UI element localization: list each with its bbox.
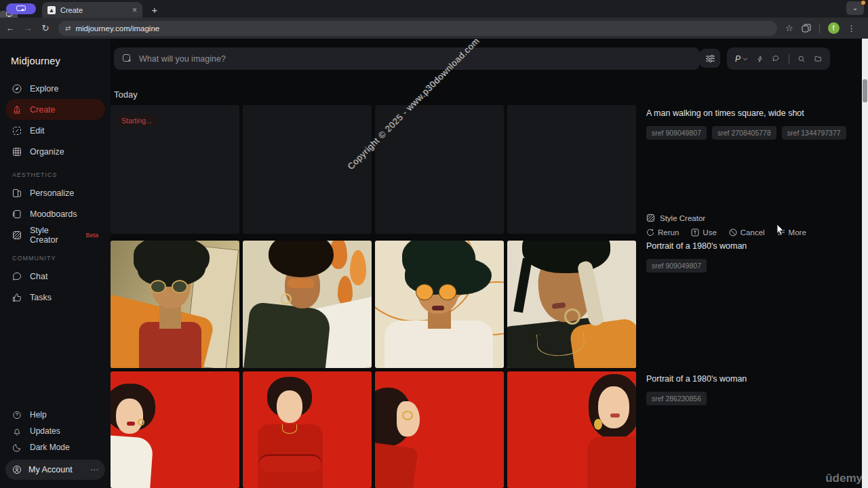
image-tile-woman-afro-leaves[interactable] [243, 241, 372, 368]
edit-icon [12, 126, 22, 136]
feed-toolbar: P [727, 47, 830, 70]
lightning-icon[interactable] [757, 54, 763, 64]
imagine-input[interactable]: What will you imagine? [114, 47, 700, 70]
tab-close-icon[interactable]: × [132, 6, 137, 14]
sidebar-item-dark-mode[interactable]: Dark Mode [5, 439, 105, 455]
sidebar-item-updates[interactable]: Updates [5, 423, 105, 439]
my-account-label: My Account [28, 465, 73, 474]
account-icon [12, 465, 22, 474]
imagine-placeholder: What will you imagine? [139, 54, 226, 64]
tab-groups-icon[interactable] [802, 24, 811, 33]
image-tile-woman-orange-glasses[interactable] [375, 241, 504, 368]
sidebar-item-tasks[interactable]: Tasks [5, 287, 105, 308]
artwork [375, 371, 504, 488]
tab-strip: ▲ Create × + ⌄ [0, 0, 868, 18]
prompt-text[interactable]: Portrait of a 1980's woman [646, 241, 840, 251]
starting-status: Starting... [117, 115, 156, 127]
job-panel-3: Portrait of a 1980's woman sref 28623085… [646, 374, 840, 405]
date-header: Today [114, 89, 138, 100]
search-icon[interactable] [798, 54, 805, 64]
sail-icon [12, 105, 22, 115]
account-more-icon[interactable]: ⋯ [90, 465, 98, 474]
rerun-label: Rerun [658, 228, 679, 237]
rerun-icon [646, 228, 654, 237]
sidebar-item-explore[interactable]: Explore [5, 78, 105, 99]
address-bar[interactable]: ⇄ midjourney.com/imagine [58, 21, 777, 36]
sidebar-item-label: Updates [30, 426, 60, 436]
sidebar-item-label: Moodboards [30, 209, 77, 219]
tab-create[interactable]: ▲ Create × [42, 2, 142, 18]
sidebar-item-create[interactable]: Create [5, 99, 105, 120]
scrollbar-thumb[interactable] [863, 79, 867, 102]
sref-tag[interactable]: sref 286230856 [646, 392, 707, 405]
generating-tile-1[interactable]: Starting... [111, 105, 239, 234]
back-button[interactable]: ← [3, 23, 18, 33]
artwork [243, 371, 372, 488]
brand-title[interactable]: Midjourney [11, 56, 60, 66]
sidebar: Midjourney Explore Create Edit Organize … [0, 39, 111, 488]
beta-badge: Beta [85, 232, 98, 239]
compass-icon [12, 84, 22, 94]
image-tile-red-woman-gold-earrings[interactable] [507, 371, 636, 488]
moodboard-icon [12, 209, 22, 219]
chat-icon [12, 272, 22, 281]
generating-tile-4[interactable] [507, 105, 636, 234]
sidebar-item-moodboards[interactable]: Moodboards [5, 203, 105, 224]
help-icon [12, 411, 22, 420]
prompt-text[interactable]: A man walking on times square, wide shot [646, 108, 840, 118]
cancel-button[interactable]: Cancel [729, 228, 765, 237]
sidebar-item-help[interactable]: Help [5, 407, 105, 423]
my-account-button[interactable]: My Account ⋯ [5, 460, 105, 480]
moon-icon [12, 443, 22, 452]
personalize-icon [12, 188, 22, 198]
sidebar-item-label: Create [30, 105, 56, 115]
sidebar-item-chat[interactable]: Chat [5, 266, 105, 287]
sidebar-item-edit[interactable]: Edit [5, 120, 105, 141]
forward-button[interactable]: → [20, 23, 35, 33]
page-scrollbar[interactable] [862, 39, 868, 488]
sidebar-item-label: Tasks [30, 293, 52, 302]
settings-sliders-button[interactable] [700, 49, 720, 68]
url-text: midjourney.com/imagine [75, 24, 159, 33]
tab-favicon: ▲ [47, 6, 56, 14]
sidebar-item-personalize[interactable]: Personalize [5, 182, 105, 203]
image-tile-woman-orange-jacket[interactable] [111, 241, 239, 368]
artwork [111, 241, 239, 368]
screen-share-indicator[interactable] [6, 3, 36, 14]
reload-button[interactable]: ↻ [38, 23, 53, 33]
browser-menu-icon[interactable]: ⋮ [848, 24, 856, 33]
sidebar-item-label: Dark Mode [30, 443, 70, 452]
section-header-aesthetics: AESTHETICS [12, 171, 98, 178]
sidebar-footer: Help Updates Dark Mode My Account ⋯ [5, 407, 105, 480]
profile-avatar[interactable]: f [828, 22, 840, 34]
sidebar-item-organize[interactable]: Organize [5, 141, 105, 162]
image-tile-woman-closeup-hoops[interactable] [507, 241, 636, 368]
image-tile-red-woman-profile[interactable] [375, 371, 504, 488]
sidebar-item-label: Style Creator [30, 226, 72, 245]
rerun-button[interactable]: Rerun [646, 228, 679, 237]
artwork [507, 371, 636, 488]
sidebar-item-style-creator[interactable]: Style Creator Beta [5, 224, 105, 245]
use-button[interactable]: Use [691, 228, 716, 237]
prompt-text[interactable]: Portrait of a 1980's woman [646, 374, 840, 384]
site-settings-icon[interactable]: ⇄ [65, 24, 70, 32]
sidebar-item-label: Personalize [30, 188, 74, 198]
section-header-community: COMMUNITY [12, 255, 98, 262]
image-add-icon [122, 54, 132, 64]
sidebar-nav: Explore Create Edit Organize AESTHETICS … [5, 78, 105, 308]
sref-tag[interactable]: sref 909049807 [646, 259, 707, 272]
image-tile-red-woman-white-blouse[interactable] [111, 371, 239, 488]
use-icon [691, 228, 699, 237]
comment-icon[interactable] [772, 54, 779, 63]
profile-filter-chip[interactable]: P [735, 54, 748, 64]
folder-icon[interactable] [814, 54, 822, 63]
sref-tag[interactable]: sref 909049807 [646, 126, 707, 140]
new-tab-button[interactable]: + [148, 3, 161, 17]
image-tile-red-woman-crossed-arms[interactable] [243, 371, 372, 488]
grid-icon [12, 147, 22, 157]
use-label: Use [703, 228, 716, 237]
bookmark-star-icon[interactable]: ☆ [785, 23, 793, 33]
sref-tag[interactable]: sref 2708405778 [712, 126, 776, 140]
sref-tag[interactable]: sref 1344797377 [782, 126, 846, 140]
sidebar-item-label: Explore [30, 84, 58, 94]
